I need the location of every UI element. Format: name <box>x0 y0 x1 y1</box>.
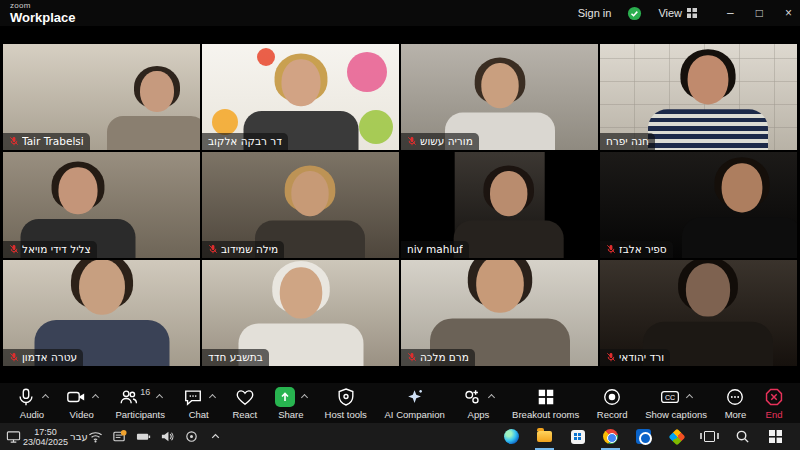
participant-tile[interactable]: חנה יפרח <box>600 44 797 150</box>
participant-tile[interactable]: מוריה עשוש <box>401 44 598 150</box>
more-button[interactable]: More <box>725 387 747 420</box>
participant-tile[interactable]: מילה שמידוב <box>202 152 399 258</box>
tool-label: Share <box>278 409 303 420</box>
edge-icon <box>504 429 519 444</box>
person-silhouette <box>97 66 200 150</box>
zoom-workplace-logo: zoom Workplace <box>10 2 76 24</box>
close-button[interactable]: × <box>785 6 792 20</box>
participant-name-tag: מרם מלכה <box>401 349 475 366</box>
participant-tile[interactable]: מרם מלכה <box>401 260 598 366</box>
react-button[interactable]: React <box>232 387 257 420</box>
tool-label: Participants <box>115 409 165 420</box>
svg-text:CC: CC <box>665 393 675 401</box>
participants-count-badge: 16 <box>140 387 150 397</box>
person-silhouette <box>636 49 780 150</box>
chevron-up-icon[interactable] <box>209 393 216 400</box>
participant-tile[interactable]: ספיר אלבז <box>600 152 797 258</box>
presentation-icon[interactable] <box>6 429 21 444</box>
muted-mic-icon <box>9 352 19 362</box>
participant-name-tag: חנה יפרח <box>600 133 655 150</box>
muted-mic-icon <box>407 352 417 362</box>
video-area: Tair Trabelsiדר רבקה אלקובמוריה עשושחנה … <box>0 26 800 383</box>
participant-name: niv mahluf <box>407 243 463 255</box>
host-tools-button[interactable]: Host tools <box>325 387 367 420</box>
chevron-up-icon[interactable] <box>488 393 495 400</box>
participant-tile[interactable]: צליל דידי מויאל <box>3 152 200 258</box>
notifications-icon[interactable] <box>112 429 127 444</box>
start-taskbar-button[interactable] <box>761 423 790 450</box>
file-explorer-taskbar-button[interactable] <box>530 423 559 450</box>
task-view-taskbar-button[interactable] <box>695 423 724 450</box>
chrome-taskbar-button[interactable] <box>596 423 625 450</box>
status-circle-icon[interactable] <box>184 429 199 444</box>
share-button[interactable]: Share <box>275 387 307 420</box>
participant-name-tag: צליל דידי מויאל <box>3 241 97 258</box>
battery-icon[interactable] <box>136 429 151 444</box>
office-365-taskbar-button[interactable] <box>662 423 691 450</box>
meeting-toolbar: AudioVideo16ParticipantsChatReactShareHo… <box>0 383 800 423</box>
participant-tile[interactable]: בתשבע חדד <box>202 260 399 366</box>
tool-label: End <box>766 409 783 420</box>
security-shield-icon[interactable] <box>627 6 642 21</box>
ai-companion-button[interactable]: AI Companion <box>385 387 445 420</box>
tool-label: Host tools <box>325 409 367 420</box>
apps-button[interactable]: Apps <box>462 387 494 420</box>
participant-tile[interactable]: Tair Trabelsi <box>3 44 200 150</box>
taskbar-left-tray <box>6 429 21 444</box>
participant-name: דר רבקה אלקוב <box>208 135 282 147</box>
participant-name-tag: ספיר אלבז <box>600 241 673 258</box>
chevron-up-icon[interactable] <box>156 393 163 400</box>
show-captions-button[interactable]: CCShow captions <box>645 387 707 420</box>
chevron-up-icon[interactable] <box>208 429 223 444</box>
search-icon <box>735 429 750 444</box>
store-taskbar-button[interactable] <box>563 423 592 450</box>
chevron-up-icon[interactable] <box>686 393 693 400</box>
cc-icon: CC <box>660 387 680 407</box>
muted-mic-icon <box>407 136 417 146</box>
chevron-up-icon[interactable] <box>92 393 99 400</box>
video-button[interactable]: Video <box>66 387 98 420</box>
taskbar-app-icons <box>497 423 790 450</box>
sign-in-button[interactable]: Sign in <box>578 7 612 19</box>
edge-taskbar-button[interactable] <box>497 423 526 450</box>
file-explorer-icon <box>537 431 552 442</box>
minimize-button[interactable]: – <box>727 6 734 20</box>
audio-button[interactable]: Audio <box>16 387 48 420</box>
mic-icon <box>16 387 36 407</box>
end-button[interactable]: End <box>764 387 784 420</box>
wifi-icon[interactable] <box>88 429 103 444</box>
maximize-button[interactable]: □ <box>756 6 763 20</box>
record-button[interactable]: Record <box>597 387 628 420</box>
language-indicator[interactable]: עבר <box>70 431 88 442</box>
office-365-icon <box>668 428 685 445</box>
participant-name: צליל דידי מויאל <box>22 243 91 255</box>
chat-button[interactable]: Chat <box>183 387 215 420</box>
view-button[interactable]: View <box>658 7 697 19</box>
tool-label: Breakout rooms <box>512 409 579 420</box>
chevron-up-icon[interactable] <box>42 393 49 400</box>
participant-name: עטרה אדמון <box>22 351 77 363</box>
participants-button[interactable]: 16Participants <box>115 387 165 420</box>
muted-mic-icon <box>9 136 19 146</box>
search-taskbar-button[interactable] <box>728 423 757 450</box>
taskbar-clock[interactable]: 17:50 23/04/2025 <box>23 427 68 447</box>
participant-name: מילה שמידוב <box>221 243 278 255</box>
share-icon <box>275 387 295 407</box>
participant-tile[interactable]: ורד יהודאי <box>600 260 797 366</box>
participant-tile[interactable]: niv mahluf <box>401 152 598 258</box>
chevron-up-icon[interactable] <box>301 393 308 400</box>
person-silhouette <box>670 157 797 258</box>
participant-tile[interactable]: עטרה אדמון <box>3 260 200 366</box>
outlook-taskbar-button[interactable] <box>629 423 658 450</box>
volume-icon[interactable] <box>160 429 175 444</box>
grid-icon <box>536 387 556 407</box>
participant-name: Tair Trabelsi <box>22 135 84 147</box>
participant-name: בתשבע חדד <box>208 351 263 363</box>
muted-mic-icon <box>208 244 218 254</box>
store-icon <box>571 430 585 444</box>
participant-tile[interactable]: דר רבקה אלקוב <box>202 44 399 150</box>
breakout-rooms-button[interactable]: Breakout rooms <box>512 387 579 420</box>
participant-name: ספיר אלבז <box>619 243 667 255</box>
participant-name: מרם מלכה <box>420 351 469 363</box>
taskbar-time: 17:50 <box>23 427 68 437</box>
